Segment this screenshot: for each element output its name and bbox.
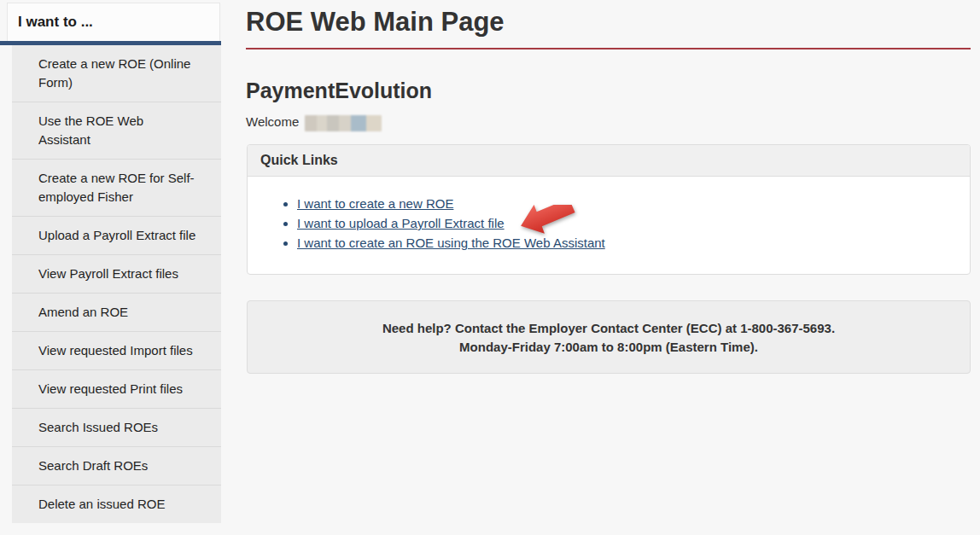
quick-links-panel: Quick Links I want to create a new ROE I… bbox=[247, 144, 971, 275]
list-item: I want to create an ROE using the ROE We… bbox=[297, 233, 957, 253]
sidebar-item-upload-payroll-extract[interactable]: Upload a Payroll Extract file bbox=[12, 216, 221, 254]
sidebar-item-search-issued-roes[interactable]: Search Issued ROEs bbox=[12, 408, 221, 446]
sidebar-item-create-roe-online[interactable]: Create a new ROE (Online Form) bbox=[12, 45, 221, 102]
help-notice: Need help? Contact the Employer Contact … bbox=[247, 300, 971, 374]
link-create-new-roe[interactable]: I want to create a new ROE bbox=[297, 196, 453, 211]
sidebar-item-roe-web-assistant[interactable]: Use the ROE Web Assistant bbox=[12, 102, 221, 159]
quick-links-header: Quick Links bbox=[248, 145, 970, 177]
sidebar-menu: Create a new ROE (Online Form) Use the R… bbox=[12, 45, 221, 523]
sidebar-item-delete-issued-roe[interactable]: Delete an issued ROE bbox=[12, 485, 221, 523]
sidebar-item-view-print-files[interactable]: View requested Print files bbox=[12, 369, 221, 408]
sidebar-item-view-import-files[interactable]: View requested Import files bbox=[12, 331, 221, 369]
help-line-2: Monday-Friday 7:00am to 8:00pm (Eastern … bbox=[248, 338, 970, 357]
organization-name: PaymentEvolution bbox=[246, 79, 432, 103]
title-divider bbox=[246, 48, 971, 49]
sidebar-item-search-draft-roes[interactable]: Search Draft ROEs bbox=[12, 446, 221, 485]
quick-links-list: I want to create a new ROE I want to upl… bbox=[260, 194, 957, 253]
sidebar-header-label: I want to ... bbox=[18, 14, 93, 30]
welcome-line: Welcome bbox=[246, 114, 382, 131]
list-item: I want to create a new ROE bbox=[297, 194, 957, 213]
help-line-1: Need help? Contact the Employer Contact … bbox=[248, 319, 970, 338]
sidebar-item-amend-roe[interactable]: Amend an ROE bbox=[12, 293, 221, 331]
quick-links-body: I want to create a new ROE I want to upl… bbox=[248, 177, 970, 274]
link-upload-payroll-extract[interactable]: I want to upload a Payroll Extract file bbox=[297, 216, 505, 230]
quick-links-title: Quick Links bbox=[260, 153, 338, 167]
sidebar-item-create-roe-fisher[interactable]: Create a new ROE for Self- employed Fish… bbox=[12, 159, 221, 216]
welcome-label: Welcome bbox=[246, 114, 299, 129]
redacted-username bbox=[305, 115, 382, 131]
list-item: I want to upload a Payroll Extract file bbox=[297, 213, 957, 233]
link-roe-web-assistant[interactable]: I want to create an ROE using the ROE We… bbox=[297, 236, 605, 250]
page: I want to ... Create a new ROE (Online F… bbox=[0, 0, 980, 535]
sidebar-item-view-payroll-extract[interactable]: View Payroll Extract files bbox=[12, 254, 221, 293]
sidebar-header: I want to ... bbox=[7, 3, 220, 41]
page-title: ROE Web Main Page bbox=[246, 7, 505, 38]
